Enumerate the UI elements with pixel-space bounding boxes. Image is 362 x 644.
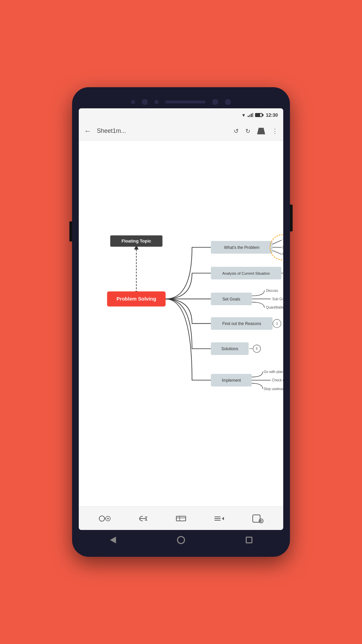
sub-label-6b: Check effect of (272, 378, 283, 382)
branch-label-6: Implement (222, 378, 241, 383)
svg-point-0 (99, 516, 105, 521)
expand-button[interactable] (213, 514, 225, 524)
branch-label-1: What's the Problem (224, 245, 259, 250)
undo-button[interactable]: ↺ (234, 127, 239, 135)
branch-label-4: Find out the Reasons (222, 321, 261, 326)
sub-branch-6c-line (252, 383, 263, 389)
add-node-icon (99, 514, 111, 524)
partial-label-1a: Th... (282, 238, 283, 242)
sub-branch-3c-line (252, 302, 264, 308)
sub-label-3c: Quantifiable targ... (266, 306, 283, 309)
sub-label-3b: Sub Goals (272, 297, 283, 301)
battery-icon (255, 113, 262, 117)
central-node-label: Problem Solving (117, 296, 156, 302)
nav-recent-icon (246, 537, 252, 543)
nav-home-button[interactable] (176, 535, 186, 545)
power-button (290, 205, 293, 231)
sub-branch-3a-line (252, 290, 264, 296)
signal-bar-2 (249, 115, 250, 117)
sub-line-1c (273, 251, 282, 254)
front-sensor (142, 99, 148, 105)
sub-branch-6a-line (252, 372, 263, 377)
signal-bar-3 (251, 114, 252, 117)
branch-line-6 (166, 299, 211, 380)
app-title: Sheet1m... (97, 127, 228, 135)
signal-bar-1 (248, 116, 249, 117)
branch-line-4 (166, 299, 211, 323)
mindmap-svg: Floating Topic Problem Solving (79, 141, 283, 506)
expand-icon (213, 514, 225, 524)
layout-icon (137, 514, 149, 524)
redo-button[interactable]: ↻ (245, 127, 250, 135)
speaker (165, 101, 205, 103)
branch-line-2 (166, 273, 211, 299)
branch-label-5: Solutions (221, 346, 238, 351)
branch-line-5 (166, 299, 211, 348)
volume-button (69, 221, 72, 241)
sub-line-1a (273, 240, 282, 244)
sub-label-6a: Go with plans (264, 370, 283, 374)
nav-back-icon (110, 537, 116, 543)
nav-back-button[interactable] (108, 535, 118, 545)
signal-icon (248, 113, 253, 117)
paint-format-button[interactable] (257, 128, 265, 135)
svg-marker-15 (222, 517, 224, 520)
phone-frame: ▼ 12:30 ← Sheet1m... ↺ ↻ (72, 87, 290, 557)
floating-topic-label: Floating Topic (121, 238, 151, 244)
phone-nav-bar (79, 530, 283, 550)
bottom-toolbar (79, 506, 283, 530)
sub-label-6c: Stop useless so... (264, 387, 283, 391)
front-camera (131, 100, 135, 104)
back-button[interactable]: ← (84, 127, 92, 136)
status-time: 12:30 (266, 112, 278, 118)
front-camera2 (225, 99, 231, 105)
badge-label-5: 6 (256, 347, 258, 351)
partial-label-1c: Fin... (282, 252, 283, 256)
status-icons: ▼ 12:30 (241, 112, 278, 118)
card-icon (175, 514, 187, 524)
dot-left (155, 100, 159, 104)
signal-bar-4 (252, 113, 253, 117)
wifi-icon: ▼ (241, 113, 246, 118)
partial-label-1b: Ide... (282, 246, 283, 249)
branch-label-3: Set Goals (222, 297, 240, 302)
status-bar: ▼ 12:30 (79, 108, 283, 122)
app-bar-actions: ↺ ↻ ⋮ (234, 127, 278, 135)
nav-recent-button[interactable] (244, 535, 254, 545)
add-more-icon (251, 514, 263, 524)
svg-rect-9 (176, 516, 186, 521)
app-bar: ← Sheet1m... ↺ ↻ ⋮ (79, 122, 283, 141)
phone-top-bar (79, 94, 283, 108)
branch-label-2: Analysis of Current Situation (222, 271, 270, 275)
add-node-button[interactable] (99, 514, 111, 524)
card-view-button[interactable] (175, 514, 187, 524)
badge-label-4: 3 (276, 322, 278, 326)
mindmap-canvas[interactable]: Floating Topic Problem Solving (79, 141, 283, 506)
nav-home-icon (177, 536, 185, 544)
more-options-button[interactable]: ⋮ (272, 127, 278, 135)
earpiece (212, 99, 218, 105)
sub-label-3a: Discuss (266, 289, 278, 292)
battery-fill (256, 114, 260, 116)
layout-button[interactable] (137, 514, 149, 524)
add-more-button[interactable] (251, 514, 263, 524)
phone-screen: ▼ 12:30 ← Sheet1m... ↺ ↻ (79, 108, 283, 530)
